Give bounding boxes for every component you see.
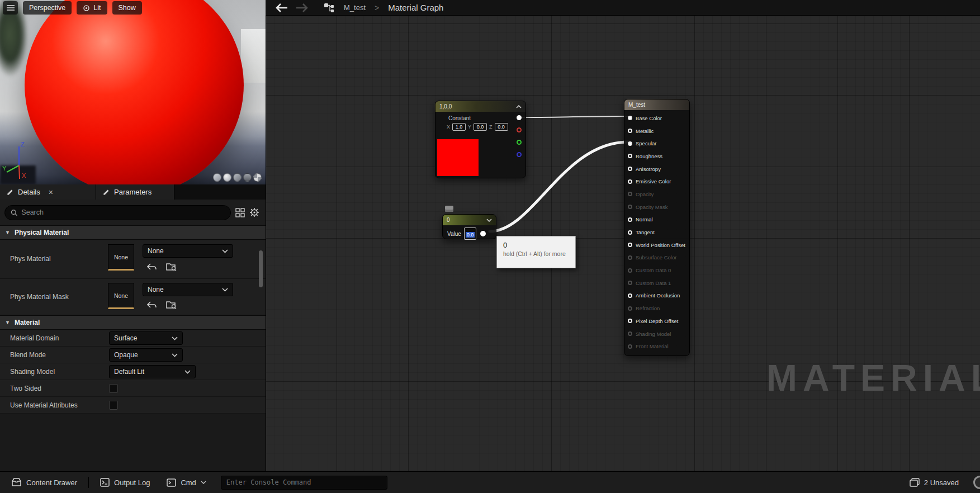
preview-viewport[interactable]: Perspective Lit Show Z Y X	[0, 0, 266, 184]
gear-icon[interactable]	[249, 207, 259, 217]
result-pin-ambient-occlusion[interactable]: Ambient Occlusion	[624, 290, 689, 302]
tab-parameters[interactable]: Parameters	[96, 184, 174, 200]
result-pin-base-color[interactable]: Base Color	[624, 112, 689, 125]
phys-material-mask-dropdown[interactable]: None	[143, 283, 233, 296]
close-icon[interactable]: ×	[49, 188, 53, 197]
constant-node-header[interactable]: 1,0,0	[435, 101, 525, 112]
viewport-menu-button[interactable]	[3, 1, 18, 15]
back-arrow-icon[interactable]	[276, 3, 288, 12]
chevron-down-icon[interactable]	[486, 219, 492, 222]
section-physical-material[interactable]: ▼ Physical Material	[0, 225, 266, 240]
output-log-button[interactable]: Output Log	[94, 475, 155, 490]
use-material-attributes-checkbox[interactable]	[109, 401, 118, 410]
result-pin-specular[interactable]: Specular	[624, 137, 689, 150]
pin-icon[interactable]	[628, 281, 632, 285]
breadcrumb-root[interactable]: M_test	[344, 3, 366, 12]
phys-material-thumbnail[interactable]: None	[108, 244, 134, 271]
forward-arrow-icon[interactable]	[296, 3, 308, 12]
shading-model-dropdown[interactable]: Default Lit	[109, 365, 196, 378]
pin-icon[interactable]	[628, 331, 632, 336]
result-node[interactable]: M_test Base ColorMetallicSpecularRoughne…	[624, 99, 690, 356]
pin-icon[interactable]	[628, 141, 632, 146]
content-drawer-button[interactable]: Content Drawer	[6, 475, 83, 490]
pin-icon[interactable]	[628, 255, 632, 260]
output-pin-b[interactable]	[517, 152, 522, 157]
display-filter-icon[interactable]	[235, 208, 245, 217]
search-box[interactable]	[4, 205, 231, 220]
preview-mesh-plane-icon[interactable]	[233, 173, 242, 182]
blend-mode-dropdown[interactable]: Opaque	[109, 348, 183, 362]
pin-icon[interactable]	[628, 293, 632, 298]
lit-button[interactable]: Lit	[77, 1, 107, 15]
console-input[interactable]	[226, 478, 382, 486]
use-selected-asset-icon[interactable]	[146, 263, 157, 271]
pin-label: Anisotropy	[636, 166, 661, 172]
preview-mesh-cube-icon[interactable]	[243, 173, 252, 182]
result-pin-tangent[interactable]: Tangent	[624, 226, 689, 239]
phys-material-mask-thumbnail[interactable]: None	[108, 283, 134, 309]
browse-asset-icon[interactable]	[166, 300, 177, 309]
scalar-constant-node[interactable]: 0 Value 0.0	[442, 214, 496, 239]
result-pin-world-position-offset[interactable]: World Position Offset	[624, 239, 689, 252]
pin-icon[interactable]	[628, 116, 632, 120]
revision-control-icon[interactable]	[973, 476, 980, 489]
constant-type-label: Constant	[448, 115, 471, 121]
material-graph-canvas[interactable]: MATERIAL 1,0,0 Constant X 1.0 Y 0.0 Z 0.…	[266, 16, 980, 471]
preview-mesh-cylinder-icon[interactable]	[213, 173, 221, 182]
details-scrollbar[interactable]	[259, 236, 263, 468]
perspective-button[interactable]: Perspective	[23, 1, 72, 15]
result-pin-emissive-color[interactable]: Emissive Color	[624, 175, 689, 188]
z-value-field[interactable]: 0.0	[495, 123, 508, 131]
chevron-up-icon[interactable]	[516, 105, 522, 108]
pin-icon[interactable]	[628, 167, 632, 171]
scalar-node-header[interactable]: 0	[443, 215, 496, 225]
pin-icon[interactable]	[628, 129, 632, 133]
pin-icon[interactable]	[628, 154, 632, 158]
x-value-field[interactable]: 1.0	[452, 123, 466, 131]
scalar-output-pin[interactable]	[480, 231, 486, 236]
search-input[interactable]	[21, 208, 225, 216]
constant-node[interactable]: 1,0,0 Constant X 1.0 Y 0.0 Z 0.0	[435, 101, 526, 178]
result-pin-anisotropy[interactable]: Anisotropy	[624, 163, 689, 176]
tab-details[interactable]: Details ×	[0, 184, 96, 200]
preview-mesh-sphere-icon[interactable]	[223, 173, 231, 182]
pin-icon[interactable]	[628, 306, 632, 311]
status-bar: Content Drawer Output Log Cmd	[0, 471, 980, 493]
pin-icon[interactable]	[628, 179, 632, 184]
result-pin-pixel-depth-offset[interactable]: Pixel Depth Offset	[624, 315, 689, 328]
value-input[interactable]: 0.0	[464, 227, 477, 240]
show-button[interactable]: Show	[112, 1, 142, 15]
section-material[interactable]: ▼ Material	[0, 315, 266, 330]
preview-mesh-buttons	[213, 173, 262, 182]
console-input-wrap[interactable]	[221, 476, 387, 490]
pin-icon[interactable]	[628, 230, 632, 235]
pin-icon[interactable]	[628, 319, 632, 323]
use-selected-asset-icon[interactable]	[146, 301, 157, 309]
pin-icon[interactable]	[628, 344, 632, 349]
pin-icon[interactable]	[628, 217, 632, 222]
output-pin-rgb[interactable]	[517, 115, 522, 120]
two-sided-checkbox[interactable]	[109, 384, 118, 393]
scrollbar-thumb[interactable]	[259, 250, 263, 287]
phys-material-dropdown[interactable]: None	[143, 244, 233, 258]
browse-asset-icon[interactable]	[166, 262, 177, 271]
result-node-header[interactable]: M_test	[624, 99, 689, 110]
pin-icon[interactable]	[628, 192, 632, 196]
preview-mesh-custom-icon[interactable]	[253, 173, 262, 182]
details-tab-bar: Details × Parameters	[0, 184, 266, 200]
result-pin-metallic[interactable]: Metallic	[624, 125, 689, 138]
output-pin-r[interactable]	[517, 127, 522, 132]
unsaved-indicator[interactable]: 2 Unsaved	[904, 475, 964, 490]
y-value-field[interactable]: 0.0	[474, 123, 487, 131]
pin-icon[interactable]	[628, 205, 632, 209]
pin-icon[interactable]	[628, 268, 632, 273]
pin-icon[interactable]	[628, 243, 632, 247]
tooltip-title: 0	[497, 236, 575, 250]
shading-model-row: Shading Model Default Lit	[0, 363, 266, 380]
environment-building	[241, 29, 266, 83]
result-pin-normal[interactable]: Normal	[624, 214, 689, 226]
cmd-button[interactable]: Cmd	[161, 475, 211, 490]
material-domain-dropdown[interactable]: Surface	[109, 331, 183, 345]
output-pin-g[interactable]	[517, 140, 522, 145]
result-pin-roughness[interactable]: Roughness	[624, 150, 689, 163]
